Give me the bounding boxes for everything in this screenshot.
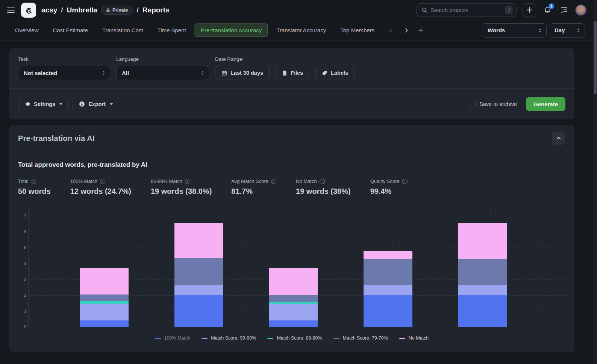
tabs-scroll-right-button[interactable]	[401, 25, 412, 36]
gridline-horizontal	[29, 216, 565, 216]
save-to-archive-checkbox[interactable]	[469, 101, 476, 107]
info-icon[interactable]	[402, 179, 408, 184]
notifications-button[interactable]: 1	[542, 5, 553, 15]
tab-time-spent[interactable]: Time Spent	[152, 24, 192, 37]
legend-item-100-match[interactable]: 100% Match	[155, 335, 190, 341]
plus-icon	[527, 7, 532, 13]
y-axis-tick-label: 3	[18, 277, 26, 282]
legend-label: Match Score: 79-70%	[343, 335, 388, 341]
stacked-bar-3[interactable]	[269, 268, 318, 327]
user-avatar[interactable]	[575, 5, 586, 16]
language-field: Language All	[116, 56, 209, 80]
chevron-down-icon	[110, 103, 113, 105]
legend-label: Match Score: 99-90%	[211, 335, 256, 341]
sort-carets-icon	[201, 70, 204, 76]
labels-filter-button[interactable]: Labels	[315, 66, 355, 80]
legend-marker	[155, 338, 161, 339]
gridline-vertical	[49, 208, 49, 327]
bar-segment-match-score-99-90	[80, 304, 129, 320]
bar-segment-match-score-79-70	[269, 295, 318, 302]
legend-label: Match Score: 89-80%	[277, 335, 322, 341]
bar-segment-no-match	[458, 223, 507, 259]
legend-item-match-score-79-70[interactable]: Match Score: 79-70%	[333, 335, 388, 341]
tab-pre-translation-accuracy[interactable]: Pre-translation Accuracy	[194, 23, 268, 37]
stat-label: Avg Match Score	[231, 178, 268, 184]
calendar-icon	[221, 70, 227, 76]
breadcrumb-page: Reports	[142, 6, 170, 14]
bar-segment-no-match	[174, 223, 223, 258]
add-report-tab-button[interactable]	[414, 24, 427, 37]
date-range-button[interactable]: Last 30 days	[215, 66, 270, 80]
filter-fields-row: Task Not selected Language All Date Rang…	[18, 56, 565, 80]
messages-button[interactable]	[559, 5, 569, 15]
files-filter-button[interactable]: Files	[276, 66, 309, 80]
notification-count-badge: 1	[549, 3, 554, 9]
date-range-field: Date Range: Last 30 days Files Labels	[215, 56, 355, 80]
stacked-bar-1[interactable]	[80, 268, 129, 327]
breadcrumb-project[interactable]: Umbrella	[67, 6, 97, 14]
breadcrumb-org[interactable]: acsy	[41, 6, 57, 14]
chat-icon	[560, 6, 568, 14]
export-button[interactable]: Export	[73, 97, 119, 111]
y-axis-tick-label: 6	[18, 230, 26, 234]
legend-item-match-score-99-90[interactable]: Match Score: 99-90%	[202, 335, 256, 341]
tab-a[interactable]: A	[383, 24, 399, 37]
info-icon[interactable]	[185, 179, 190, 184]
stacked-bar-5[interactable]	[458, 223, 507, 327]
stat-value: 81.7%	[231, 187, 276, 196]
legend-item-match-score-89-80[interactable]: Match Score: 89-80%	[267, 335, 322, 341]
stat-no-match: No Match19 words (38%)	[296, 178, 351, 196]
search-box[interactable]: /	[417, 3, 517, 17]
info-icon[interactable]	[31, 179, 36, 184]
stats-row: Total50 words100% Match12 words (24.7%)8…	[18, 178, 565, 196]
y-axis-tick-label: 7	[18, 214, 26, 218]
tab-translation-cost[interactable]: Translation Cost	[96, 24, 149, 37]
stat-80-99-match: 80-99% Match19 words (38.0%)	[151, 178, 212, 196]
period-select[interactable]: Day	[549, 23, 585, 38]
bar-segment-no-match	[269, 268, 318, 295]
legend-item-no-match[interactable]: No Match	[399, 335, 429, 341]
breadcrumb-separator: /	[137, 6, 139, 14]
stacked-bar-4[interactable]	[364, 251, 412, 327]
generate-button[interactable]: Generate	[526, 97, 565, 111]
add-project-button[interactable]	[523, 3, 536, 17]
sort-carets-icon	[538, 28, 542, 33]
gridline-vertical	[441, 208, 441, 327]
breadcrumb-separator: /	[61, 6, 63, 14]
tab-cost-estimate[interactable]: Cost Estimate	[47, 24, 94, 37]
save-to-archive-label[interactable]: Save to archive	[479, 101, 517, 107]
period-select-value: Day	[555, 27, 565, 33]
stacked-bar-2[interactable]	[174, 223, 223, 327]
info-icon[interactable]	[271, 179, 276, 184]
pretranslation-chart: 01234567 100% MatchMatch Score: 99-90%Ma…	[18, 207, 565, 343]
breadcrumb: acsy / Umbrella Private / Reports	[41, 6, 170, 15]
hamburger-menu-icon[interactable]	[6, 5, 16, 15]
privacy-badge-label: Private	[112, 8, 128, 13]
stat-total: Total50 words	[18, 178, 51, 196]
bar-segment-match-score-99-90	[458, 285, 507, 295]
settings-button[interactable]: Settings	[18, 97, 69, 111]
unit-select[interactable]: Words	[482, 23, 547, 38]
logo-swirl-icon	[24, 5, 33, 15]
stat-avg-match-score: Avg Match Score81.7%	[231, 178, 276, 196]
scrollbar-thumb[interactable]	[594, 21, 597, 94]
stat-100-match: 100% Match12 words (24.7%)	[70, 178, 131, 196]
app-logo[interactable]	[21, 3, 36, 18]
info-icon[interactable]	[320, 179, 325, 184]
stat-label: 100% Match	[70, 178, 97, 184]
tab-overview[interactable]: Overview	[9, 24, 45, 37]
filter-panel-divider	[9, 88, 574, 89]
tab-top-members[interactable]: Top Members	[334, 24, 380, 37]
bar-segment-100-match	[80, 320, 129, 327]
bar-segment-100-match	[174, 295, 223, 327]
language-select[interactable]: All	[116, 66, 209, 80]
task-select-value: Not selected	[24, 70, 57, 76]
language-field-label: Language	[116, 56, 209, 62]
search-input[interactable]	[430, 7, 502, 13]
info-icon[interactable]	[100, 179, 105, 184]
topbar-actions: / 1	[417, 3, 586, 17]
collapse-card-button[interactable]	[552, 131, 565, 145]
bar-segment-no-match	[80, 268, 129, 294]
task-select[interactable]: Not selected	[18, 66, 110, 80]
tab-translator-accuracy[interactable]: Translator Accuracy	[270, 24, 332, 37]
